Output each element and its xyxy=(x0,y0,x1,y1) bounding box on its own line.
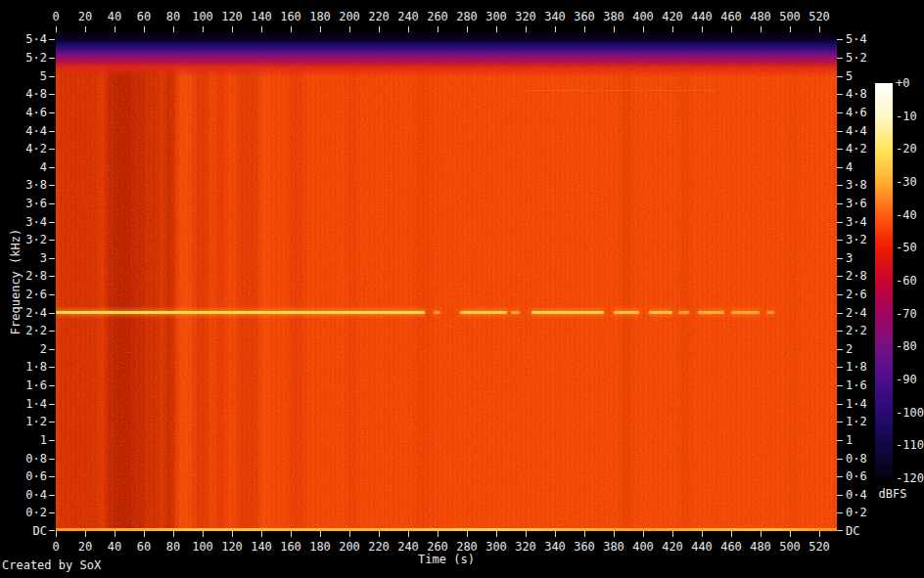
freq-tick-label: 4·8 xyxy=(25,88,47,101)
tone-2k4-segment xyxy=(678,311,689,314)
freq-tick-label: 2 xyxy=(40,343,47,356)
time-tick-label: 420 xyxy=(662,10,683,23)
freq-tick-label: 0·2 xyxy=(846,507,867,519)
time-tick-mark xyxy=(496,531,497,537)
time-tick-mark xyxy=(349,531,350,537)
tone-2k4-segment xyxy=(766,311,774,314)
freq-tick-label: 3·2 xyxy=(846,234,867,246)
freq-tick-label: 2·4 xyxy=(25,307,47,320)
sox-credit: Created by SoX xyxy=(2,558,101,572)
freq-tick-label: 4·4 xyxy=(846,125,867,138)
time-tick-label: 120 xyxy=(221,10,243,23)
freq-tick-mark xyxy=(49,367,55,368)
time-tick-label: 60 xyxy=(137,540,151,554)
freq-tick-mark xyxy=(49,240,55,241)
time-tick-label: 240 xyxy=(397,540,419,554)
time-tick-label: 380 xyxy=(603,10,624,23)
time-tick-label: 520 xyxy=(808,10,830,23)
tone-2k4-segment xyxy=(511,311,520,314)
freq-tick-mark xyxy=(837,294,843,295)
freq-tick-mark xyxy=(49,276,55,277)
freq-tick-label: DC xyxy=(33,525,47,538)
freq-tick-label: 1 xyxy=(846,434,853,447)
tone-2k4-segment xyxy=(614,311,639,314)
db-tick-label: -90 xyxy=(896,374,917,386)
freq-tick-mark xyxy=(837,530,843,531)
freq-tick-label: 3·2 xyxy=(25,234,47,246)
db-tick-label: -20 xyxy=(896,143,917,156)
freq-tick-label: 2·6 xyxy=(846,289,867,301)
time-tick-label: 40 xyxy=(108,10,121,23)
freq-tick-mark xyxy=(49,39,55,40)
time-tick-label: 400 xyxy=(632,540,654,554)
time-tick-mark xyxy=(203,531,204,537)
time-tick-mark xyxy=(115,531,116,537)
freq-tick-mark xyxy=(837,222,843,223)
db-tick-label: -120 xyxy=(896,472,924,485)
freq-tick-label: DC xyxy=(846,525,859,538)
time-tick-mark xyxy=(672,531,673,537)
freq-tick-label: 3·8 xyxy=(25,179,47,192)
time-tick-mark xyxy=(467,531,468,537)
freq-tick-mark xyxy=(837,349,843,350)
freq-tick-mark xyxy=(49,149,55,150)
freq-tick-label: 1·2 xyxy=(25,416,47,428)
time-tick-mark xyxy=(232,531,233,537)
time-tick-mark xyxy=(85,531,86,537)
time-tick-label: 220 xyxy=(368,10,390,23)
freq-tick-mark xyxy=(837,495,843,496)
time-tick-mark xyxy=(555,531,556,537)
db-tick-label: -70 xyxy=(896,308,917,321)
colorbar-gradient xyxy=(875,83,893,478)
time-tick-label: 20 xyxy=(78,10,92,23)
freq-tick-mark xyxy=(49,167,55,168)
db-tick-label: -40 xyxy=(896,209,917,222)
freq-tick-label: 3 xyxy=(40,252,47,265)
freq-tick-mark xyxy=(837,39,843,40)
freq-tick-label: 5·2 xyxy=(25,52,47,65)
tone-2k4-segment xyxy=(531,311,604,314)
freq-tick-mark xyxy=(837,404,843,405)
freq-tick-mark xyxy=(49,349,55,350)
freq-tick-label: 4 xyxy=(40,161,47,174)
time-tick-label: 360 xyxy=(574,10,595,23)
db-scale-labels: +0-10-20-30-40-50-60-70-80-90-100-110-12… xyxy=(896,83,924,478)
time-tick-mark xyxy=(614,531,615,537)
freq-tick-mark xyxy=(837,112,843,113)
freq-tick-label: 1·4 xyxy=(25,398,47,411)
time-tick-label: 100 xyxy=(192,540,213,554)
db-tick-label: -80 xyxy=(896,340,917,353)
freq-tick-mark xyxy=(837,58,843,59)
freq-tick-mark xyxy=(837,512,843,513)
db-tick-label: -10 xyxy=(896,111,917,123)
time-tick-mark xyxy=(261,531,262,537)
freq-tick-label: 0·8 xyxy=(25,453,47,466)
freq-tick-label: 4·2 xyxy=(846,143,867,156)
tone-2k4-segment xyxy=(434,311,441,314)
freq-tick-label: 1·6 xyxy=(846,379,867,392)
freq-tick-mark xyxy=(837,276,843,277)
freq-tick-label: 2·2 xyxy=(846,325,867,337)
freq-tick-mark xyxy=(837,258,843,259)
time-tick-mark xyxy=(761,531,762,537)
time-tick-mark xyxy=(379,531,380,537)
freq-tick-mark xyxy=(49,440,55,441)
freq-tick-label: 4·4 xyxy=(25,125,47,138)
freq-tick-mark xyxy=(837,367,843,368)
freq-tick-label: 3 xyxy=(846,252,853,265)
time-tick-label: 500 xyxy=(779,10,801,23)
time-tick-label: 460 xyxy=(720,10,742,23)
freq-tick-mark xyxy=(49,76,55,77)
db-tick-label: -30 xyxy=(896,176,917,189)
freq-tick-label: 3·6 xyxy=(846,198,867,210)
freq-tick-mark xyxy=(49,203,55,204)
freq-tick-mark xyxy=(837,240,843,241)
freq-tick-mark xyxy=(837,131,843,132)
freq-tick-label: 0·4 xyxy=(25,489,47,502)
freq-tick-label: 3·4 xyxy=(846,216,867,229)
freq-tick-label: 2·4 xyxy=(846,307,867,320)
freq-tick-mark xyxy=(49,58,55,59)
time-tick-label: 300 xyxy=(485,540,507,554)
time-tick-label: 240 xyxy=(397,10,419,23)
freq-tick-label: 5·4 xyxy=(25,33,47,46)
